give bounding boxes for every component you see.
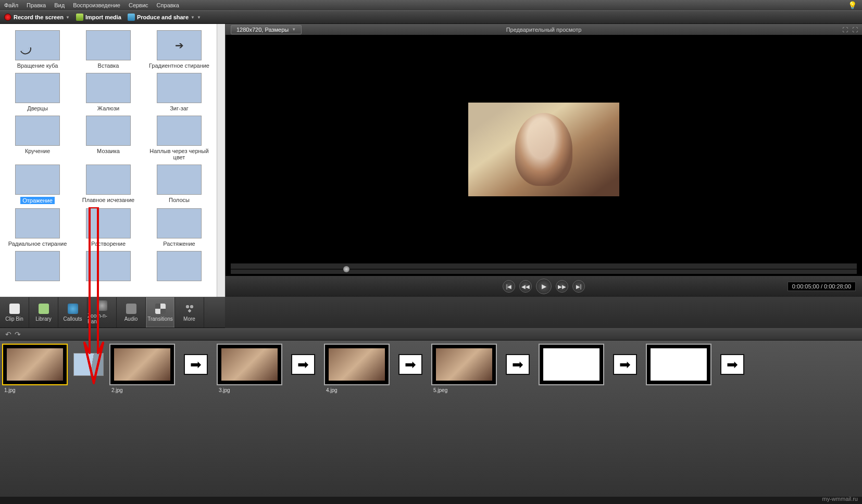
transition-thumb: [157, 251, 202, 281]
tool-tabs-spacer: [225, 297, 862, 328]
redo-icon[interactable]: ↷: [15, 330, 21, 338]
caret-icon: ▼: [66, 15, 70, 20]
transition-label: Плавное исчезание: [82, 197, 134, 203]
play-button[interactable]: ▶: [536, 279, 552, 294]
scrollbar[interactable]: [217, 24, 225, 297]
tab-transitions[interactable]: Transitions: [146, 297, 175, 327]
produce-share-button[interactable]: Produce and share ▼ ▼: [128, 14, 201, 21]
transition-thumb: [157, 73, 202, 103]
applied-transition-icon: [73, 353, 104, 376]
next-button[interactable]: ▶|: [572, 280, 585, 293]
menu-tools[interactable]: Сервис: [129, 2, 148, 8]
timeline-clip[interactable]: 1.jpg: [2, 344, 68, 393]
watermark: my-wmmail.ru: [822, 496, 858, 502]
timeline-clip[interactable]: [539, 344, 604, 387]
transition-item[interactable]: [148, 251, 210, 283]
record-icon: [4, 14, 11, 21]
transition-slot[interactable]: [70, 344, 107, 385]
transition-item[interactable]: Жалюзи: [77, 73, 140, 111]
produce-label: Produce and share: [137, 14, 189, 20]
menu-file[interactable]: Файл: [4, 2, 18, 8]
record-label: Record the screen: [14, 14, 64, 20]
arrow-icon: ➡: [291, 354, 315, 375]
tab-audio[interactable]: Audio: [117, 297, 146, 327]
transition-slot[interactable]: ➡: [714, 344, 751, 385]
transition-thumb: [15, 116, 60, 146]
hint-bulb-icon[interactable]: 💡: [848, 1, 857, 9]
transition-item[interactable]: Растворение: [77, 208, 140, 247]
forward-button[interactable]: ▶▶: [556, 280, 568, 293]
timeline-clip[interactable]: 2.jpg: [109, 344, 175, 393]
transition-label: Растяжение: [163, 241, 195, 247]
transition-thumb: [157, 30, 202, 60]
timeline-clip[interactable]: 4.jpg: [324, 344, 390, 393]
arrow-icon: ➡: [398, 354, 422, 375]
transition-item[interactable]: Зиг-заг: [148, 73, 210, 111]
rewind-button[interactable]: ◀◀: [519, 280, 532, 293]
clip-thumbnail: [114, 348, 170, 381]
record-screen-button[interactable]: Record the screen ▼: [4, 14, 70, 21]
preview-canvas[interactable]: [226, 35, 862, 263]
transition-thumb: [157, 208, 202, 238]
transition-slot[interactable]: ➡: [499, 344, 536, 385]
transition-item[interactable]: Плавное исчезание: [77, 165, 140, 204]
tab-library[interactable]: Library: [29, 297, 58, 327]
transition-item[interactable]: Дверцы: [6, 73, 69, 111]
arrow-icon: ➡: [506, 354, 530, 375]
scrubber-thumb[interactable]: [343, 266, 349, 272]
transition-item[interactable]: Градиентное стирание: [148, 30, 210, 69]
timeline-clip[interactable]: 5.jpeg: [431, 344, 497, 393]
tab-clipbin[interactable]: Clip Bin: [0, 297, 29, 327]
tab-label: Callouts: [63, 316, 82, 322]
fullscreen-icon[interactable]: ⛶: [852, 27, 858, 33]
transition-thumb: [15, 165, 60, 195]
transition-slot[interactable]: ➡: [392, 344, 429, 385]
clip-filename: 1.jpg: [2, 387, 68, 393]
main-area: Вращение кубаВставкаГрадиентное стирание…: [0, 24, 862, 297]
tab-zoomnpan[interactable]: Zoom-n-Pan: [88, 297, 117, 327]
menu-play[interactable]: Воспроизведение: [73, 2, 120, 8]
transition-item[interactable]: Радиальное стирание: [6, 208, 69, 247]
menu-help[interactable]: Справка: [157, 2, 179, 8]
transition-label: Зиг-заг: [170, 105, 189, 111]
transition-thumb: [86, 116, 131, 146]
transition-slot[interactable]: ➡: [177, 344, 215, 385]
transition-item[interactable]: [6, 251, 69, 283]
transitions-grid[interactable]: Вращение кубаВставкаГрадиентное стирание…: [0, 24, 217, 297]
transition-thumb: [15, 30, 60, 60]
tab-label: Transitions: [147, 316, 173, 322]
import-media-button[interactable]: Import media: [76, 14, 121, 21]
transition-item[interactable]: Кручение: [6, 116, 69, 160]
prev-button[interactable]: |◀: [503, 280, 515, 293]
transition-slot[interactable]: ➡: [284, 344, 322, 385]
transition-thumb: [15, 208, 60, 238]
timecode: 0:00:05;00 / 0:00:28;00: [788, 282, 856, 291]
menu-view[interactable]: Вид: [54, 2, 65, 8]
timeline-clip[interactable]: 3.jpg: [217, 344, 282, 393]
clip-thumbnail: [221, 348, 278, 381]
dimensions-dropdown[interactable]: 1280x720, Размеры ▼: [231, 25, 302, 34]
transition-item[interactable]: Отражение: [6, 165, 69, 204]
transition-label: Мозаика: [97, 148, 120, 154]
tab-label: Library: [35, 316, 52, 322]
tab-more[interactable]: More: [175, 297, 204, 327]
transition-item[interactable]: Полосы: [148, 165, 210, 204]
transition-item[interactable]: Наплыв через черный цвет: [148, 116, 210, 160]
transition-label: Жалюзи: [97, 105, 119, 111]
tab-callouts[interactable]: Callouts: [58, 297, 88, 327]
scrubber[interactable]: [231, 263, 857, 274]
arrow-icon: ➡: [184, 354, 208, 375]
transition-slot[interactable]: ➡: [606, 344, 644, 385]
menu-edit[interactable]: Правка: [27, 2, 46, 8]
shrink-icon[interactable]: ⛶: [842, 27, 848, 33]
transition-item[interactable]: Растяжение: [148, 208, 210, 247]
timeline-clip[interactable]: [646, 344, 711, 387]
timeline[interactable]: 1.jpg2.jpg➡3.jpg➡4.jpg➡5.jpeg➡➡➡: [0, 341, 862, 497]
preview-frame: [468, 103, 619, 196]
transition-item[interactable]: [77, 251, 140, 283]
transition-item[interactable]: Вставка: [77, 30, 140, 69]
transition-label: Полосы: [169, 197, 190, 203]
undo-icon[interactable]: ↶: [5, 330, 11, 338]
transition-item[interactable]: Мозаика: [77, 116, 140, 160]
transition-item[interactable]: Вращение куба: [6, 30, 69, 69]
